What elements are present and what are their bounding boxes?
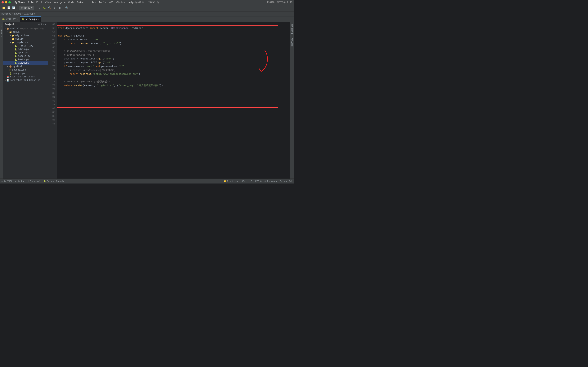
left-panel-favorites[interactable]: 2: Favorites: [0, 23, 3, 39]
tree-static[interactable]: ▶ 📁 static: [3, 37, 48, 41]
statusbar-event-log[interactable]: 🔔 Event Log: [224, 180, 239, 182]
menu-refactor[interactable]: Refactor: [77, 1, 89, 4]
right-panel-database[interactable]: Database: [290, 22, 294, 36]
tree-migrations[interactable]: ▶ 📁 migrations: [3, 34, 48, 37]
event-log-label: Event Log: [227, 180, 239, 182]
code-line-76: [58, 76, 290, 80]
tree-mysite2[interactable]: ▶ 📦 mysite2 ~/PycharmProjects/g: [3, 27, 48, 30]
tree-tests[interactable]: 🐍 tests.py: [3, 58, 48, 61]
python-console-icon: 🐍: [43, 180, 46, 182]
tree-scratches[interactable]: ▶ 📝 Scratches and Consoles: [3, 79, 48, 82]
breadcrumb-views[interactable]: views.py: [24, 13, 35, 15]
expand-arrow: ▶: [4, 27, 7, 30]
code-lines[interactable]: from django.shortcuts import render, Htt…: [57, 22, 290, 179]
tree-item-label: migrations: [15, 34, 29, 37]
breadcrumb-app01[interactable]: app01: [14, 13, 21, 15]
tree-apps[interactable]: 🐍 apps.py: [3, 51, 48, 54]
code-line-86: [58, 114, 290, 118]
toolbar-sync[interactable]: 🔄: [11, 6, 16, 10]
folder-icon: 📁: [12, 34, 15, 37]
tree-init[interactable]: 🐍 __init__.py: [3, 44, 48, 48]
tab-urls-py-label: urls.py: [6, 18, 16, 20]
toolbar-debug[interactable]: 🐛: [43, 6, 47, 10]
code-line-85: [58, 110, 290, 114]
code-area[interactable]: 62 63 64 65 66 67 68 69 70 71 72 73 74 7…: [48, 22, 290, 179]
menu-time: 周三下午 2:43: [277, 1, 293, 4]
sidebar-icon-close[interactable]: ✕: [45, 23, 46, 26]
db-icon: 🗄: [9, 69, 11, 71]
tree-admin[interactable]: 🐍 admin.py: [3, 48, 48, 51]
toolbar-search[interactable]: 🔍: [65, 6, 69, 10]
tree-path: ~/PycharmProjects/g: [19, 27, 43, 30]
tree-app01[interactable]: ▼ 📁 app01: [3, 30, 48, 34]
tree-external-libraries[interactable]: ▶ 📚 External Libraries: [3, 75, 48, 79]
statusbar-position[interactable]: 88:1: [242, 180, 247, 182]
toolbar-build[interactable]: 🔨: [47, 6, 52, 10]
code-line-78: return render(request, 'login.html', {"e…: [58, 84, 290, 88]
tree-manage[interactable]: 🐍 manage.py: [3, 72, 48, 75]
line-numbers: 62 63 64 65 66 67 68 69 70 71 72 73 74 7…: [48, 22, 57, 179]
tree-models[interactable]: 🐍 models.py: [3, 54, 48, 58]
ln-71: 71: [48, 57, 55, 61]
tab-views-py-close[interactable]: ✕: [38, 18, 39, 20]
tab-urls-py-close[interactable]: ✕: [17, 18, 18, 20]
breadcrumb-sep2: ›: [22, 13, 23, 15]
terminal-label: Terminal: [30, 180, 40, 182]
app-name[interactable]: PyCharm: [15, 1, 25, 4]
menu-edit[interactable]: Edit: [36, 1, 42, 4]
sidebar-icon-settings[interactable]: ⚙: [43, 23, 44, 26]
toolbar-stop[interactable]: ⏹: [57, 6, 62, 10]
menu-file[interactable]: File: [28, 1, 34, 4]
statusbar-terminal[interactable]: ⊞ Terminal: [28, 180, 40, 182]
menu-tools[interactable]: Tools: [99, 1, 106, 4]
tree-views[interactable]: 🐍 views.py: [3, 61, 48, 65]
ln-70: 70: [48, 53, 55, 57]
statusbar-run[interactable]: ▶ 4: Run: [16, 180, 25, 182]
menu-code[interactable]: Code: [68, 1, 74, 4]
tree-db[interactable]: 🗄 db.sqlite3: [3, 68, 48, 72]
tab-urls-py[interactable]: 🐍 urls.py ✕: [0, 17, 20, 22]
statusbar-todo[interactable]: ☑ 6: TODO: [1, 180, 12, 182]
minimize-button[interactable]: [5, 1, 7, 3]
breadcrumb-mysite2[interactable]: mysite2: [1, 13, 11, 15]
menu-window[interactable]: Window: [116, 1, 125, 4]
right-panel-sciview[interactable]: SciView: [290, 36, 294, 48]
ln-81: 81: [48, 95, 55, 99]
menu-vcs[interactable]: VCS: [109, 1, 113, 4]
menu-extra-info: 1167字: [267, 1, 275, 4]
code-line-71: username = request.POST.get("user"): [58, 57, 290, 61]
toolbar-run[interactable]: ▶: [37, 6, 42, 10]
code-line-64: [58, 30, 290, 34]
maximize-button[interactable]: [9, 1, 11, 3]
close-button[interactable]: [1, 1, 4, 3]
statusbar: ☑ 6: TODO ▶ 4: Run ⊞ Terminal 🐍 Python C…: [0, 179, 294, 184]
sidebar-icon-collapse[interactable]: ≡: [41, 23, 42, 26]
toolbar-sep2: [36, 6, 36, 10]
sidebar-icon-scope[interactable]: ⊙: [38, 23, 40, 26]
statusbar-encoding[interactable]: UTF-8: [255, 180, 262, 182]
project-dropdown[interactable]: mysite2 ▼: [19, 6, 34, 10]
toolbar-settings[interactable]: ⚙: [52, 6, 57, 10]
menu-navigate[interactable]: Navigate: [54, 1, 65, 4]
tree-mysite2-sub[interactable]: ▶ 📦 mysite2: [3, 65, 48, 68]
tab-views-py[interactable]: 🐍 views.py ✕: [20, 17, 41, 22]
ln-77: 77: [48, 80, 55, 84]
sidebar-header-icons: ⊙ ≡ ⚙ ✕: [38, 23, 46, 26]
statusbar-line-sep[interactable]: LF: [250, 180, 252, 182]
toolbar-open[interactable]: 📁: [1, 6, 6, 10]
tab-views-py-label: views.py: [26, 18, 37, 21]
toolbar-save[interactable]: 💾: [7, 6, 11, 10]
tree-item-label: Scratches and Consoles: [10, 79, 40, 82]
ln-75: 75: [48, 72, 55, 76]
menu-help[interactable]: Help: [128, 1, 134, 4]
event-log-icon: 🔔: [224, 180, 226, 182]
statusbar-python-version[interactable]: Python 3.9: [280, 180, 293, 182]
menu-view[interactable]: View: [45, 1, 51, 4]
ln-84: 84: [48, 107, 55, 110]
menu-run[interactable]: Run: [92, 1, 96, 4]
tree-item-label: mysite2: [10, 27, 19, 30]
tree-templates[interactable]: ▼ 📁 templates: [3, 41, 48, 44]
statusbar-indent[interactable]: ⊞ 4 spaces: [265, 180, 277, 182]
statusbar-python-console[interactable]: 🐍 Python Console: [43, 180, 64, 182]
menubar-right: 1167字 周三下午 2:43: [267, 0, 293, 5]
